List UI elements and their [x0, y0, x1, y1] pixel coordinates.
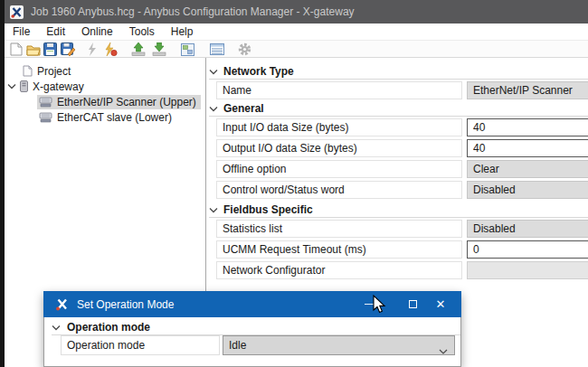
gateway-device-icon: [20, 80, 28, 92]
parameter-list-icon[interactable]: [209, 42, 224, 57]
chevron-down-icon: [439, 343, 448, 361]
network-device-icon: [39, 112, 52, 123]
tree-item-label: EtherCAT slave (Lower): [57, 111, 172, 124]
dialog-titlebar[interactable]: Set Operation Mode ✕: [43, 291, 461, 317]
operation-mode-label: Operation mode: [61, 335, 220, 355]
mouse-cursor-icon: [372, 295, 390, 317]
toolbar: [5, 41, 588, 58]
document-icon: [23, 65, 33, 77]
tree-item-label: Project: [37, 65, 71, 78]
chevron-down-icon: [209, 206, 218, 214]
property-label: Network Configurator: [216, 261, 462, 279]
open-file-icon[interactable]: [25, 42, 41, 57]
app-window: Job 1960 Anybus.hcg - Anybus Configurati…: [0, 0, 588, 367]
section-title: Network Type: [223, 65, 294, 78]
dropdown-value: Idle: [229, 339, 246, 352]
operation-mode-dropdown[interactable]: Idle: [223, 335, 455, 355]
selected-tree-item: EtherNet/IP Scanner (Upper): [37, 95, 201, 109]
section-title: General: [223, 102, 264, 115]
chevron-down-icon: [209, 68, 218, 76]
property-value[interactable]: Clear: [467, 160, 588, 178]
section-header-network-type[interactable]: Network Type: [209, 64, 588, 80]
menu-file[interactable]: File: [5, 25, 38, 38]
download-icon[interactable]: [151, 42, 166, 57]
property-value[interactable]: EtherNet/IP Scanner: [467, 81, 588, 99]
maximize-button[interactable]: [399, 291, 426, 317]
tree-item-label: EtherNet/IP Scanner (Upper): [57, 96, 196, 108]
property-row-output-size: Output I/O data Size (bytes) 40: [207, 139, 588, 157]
window-titlebar: Job 1960 Anybus.hcg - Anybus Configurati…: [0, 0, 588, 24]
set-operation-mode-dialog: Set Operation Mode ✕ Operation mode Oper…: [43, 291, 461, 367]
menu-tools[interactable]: Tools: [121, 25, 163, 38]
property-label: UCMM Request Timeout (ms): [216, 240, 462, 259]
chevron-down-icon: [52, 324, 61, 332]
property-value[interactable]: [467, 261, 588, 279]
property-value-input[interactable]: 40: [467, 139, 588, 157]
window-title: Job 1960 Anybus.hcg - Anybus Configurati…: [31, 5, 355, 18]
property-row-offline-option: Offline option Clear: [207, 160, 588, 178]
property-value[interactable]: Disabled: [467, 181, 588, 199]
menu-help[interactable]: Help: [163, 25, 202, 38]
section-header-fieldbus-specific[interactable]: Fieldbus Specific: [209, 202, 588, 218]
dialog-section-title: Operation mode: [67, 321, 150, 334]
network-device-icon: [39, 97, 52, 108]
upload-icon[interactable]: [130, 42, 146, 57]
property-label: Output I/O data Size (bytes): [216, 139, 462, 157]
tree-item-x-gateway[interactable]: X-gateway: [5, 79, 204, 94]
connect-icon[interactable]: [84, 42, 100, 57]
tree-item-project[interactable]: Project: [5, 63, 204, 79]
dialog-body: Operation mode Operation mode Idle: [43, 317, 461, 367]
save-icon[interactable]: [43, 42, 58, 57]
property-value-input[interactable]: 40: [467, 118, 588, 136]
property-row-network-configurator: Network Configurator: [207, 261, 588, 279]
property-row-name: Name EtherNet/IP Scanner: [207, 81, 588, 99]
menu-bar: File Edit Online Tools Help: [5, 24, 588, 41]
save-as-icon[interactable]: [60, 42, 75, 57]
dialog-section-header[interactable]: Operation mode: [52, 320, 460, 335]
property-row-ucmm-timeout: UCMM Request Timeout (ms) 0: [207, 240, 588, 259]
property-label: Statistics list: [216, 220, 462, 238]
new-file-icon[interactable]: [8, 42, 24, 57]
chevron-down-icon: [209, 105, 218, 113]
app-logo-icon: [55, 297, 69, 311]
options-gear-icon[interactable]: [237, 42, 252, 57]
close-button[interactable]: ✕: [427, 291, 454, 317]
disconnect-icon[interactable]: [102, 42, 118, 57]
menu-online[interactable]: Online: [73, 25, 121, 38]
property-label: Name: [216, 81, 462, 99]
tree-item-ethernet-ip-scanner[interactable]: EtherNet/IP Scanner (Upper): [5, 94, 204, 109]
property-value-input[interactable]: 0: [467, 240, 588, 259]
chevron-down-icon[interactable]: [7, 82, 16, 90]
address-map-icon[interactable]: [180, 42, 195, 57]
tree-item-ethercat-slave[interactable]: EtherCAT slave (Lower): [5, 109, 204, 125]
dialog-title: Set Operation Mode: [77, 298, 174, 311]
tree-item-label: X-gateway: [33, 80, 84, 93]
property-row-statistics-list: Statistics list Disabled: [207, 220, 588, 238]
property-row-input-size: Input I/O data Size (bytes) 40: [207, 118, 588, 136]
section-title: Fieldbus Specific: [223, 203, 313, 216]
property-label: Control word/Status word: [216, 181, 462, 199]
property-label: Input I/O data Size (bytes): [216, 118, 462, 136]
section-header-general[interactable]: General: [209, 101, 588, 117]
window-left-edge: [0, 0, 5, 367]
app-logo-icon: [10, 5, 24, 19]
property-label: Offline option: [216, 160, 462, 178]
property-value[interactable]: Disabled: [467, 220, 588, 238]
property-row-control-word: Control word/Status word Disabled: [207, 181, 588, 199]
menu-edit[interactable]: Edit: [38, 25, 73, 38]
